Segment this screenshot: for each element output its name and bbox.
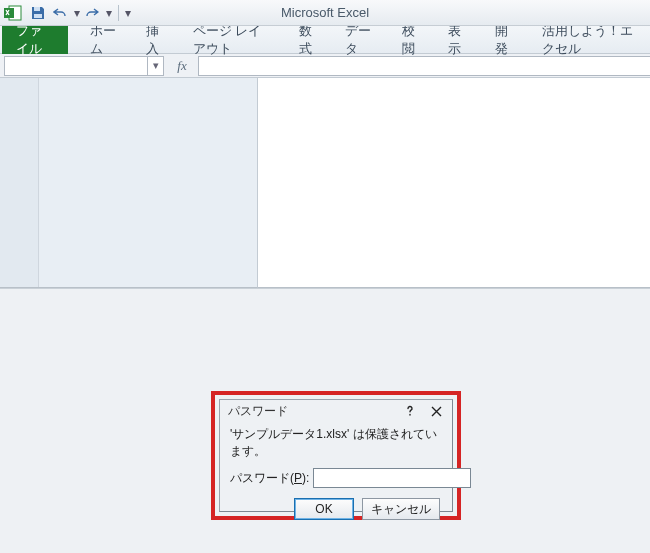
ribbon-tabs: ファイル ホーム 挿入 ページ レイアウト 数式 データ 校閲 表示 開発 活用… [0, 26, 650, 54]
tab-data[interactable]: データ [331, 26, 387, 53]
help-icon[interactable] [398, 402, 422, 420]
tab-view[interactable]: 表示 [434, 26, 481, 53]
sheet-area [0, 78, 650, 288]
quick-access-toolbar: ▾ ▾ ▾ Microsoft Excel [0, 0, 650, 26]
redo-icon[interactable] [82, 3, 102, 23]
dialog-message: 'サンプルデータ1.xlsx' は保護されています。 [230, 426, 442, 460]
tab-page-layout[interactable]: ページ レイアウト [179, 26, 285, 53]
excel-logo-icon [4, 5, 22, 21]
cancel-button[interactable]: キャンセル [362, 498, 440, 520]
svg-rect-1 [4, 8, 14, 18]
password-field-row: パスワード(P): [230, 468, 442, 488]
name-box-dropdown-icon[interactable]: ▾ [147, 56, 163, 76]
tab-developer[interactable]: 開発 [481, 26, 528, 53]
dialog-title: パスワード [228, 403, 396, 420]
dialog-button-row: OK キャンセル [230, 498, 442, 520]
ok-button[interactable]: OK [294, 498, 354, 520]
password-input[interactable] [313, 468, 471, 488]
formula-bar[interactable] [198, 56, 650, 76]
close-icon[interactable] [424, 402, 448, 420]
tab-home[interactable]: ホーム [76, 26, 132, 53]
insert-function-icon[interactable]: fx [166, 56, 198, 76]
qat-customize-dropdown-icon[interactable]: ▾ [123, 3, 133, 23]
formula-bar-row: ▾ fx [0, 54, 650, 78]
dialog-body: 'サンプルデータ1.xlsx' は保護されています。 パスワード(P): OK … [220, 422, 452, 520]
dialog-titlebar[interactable]: パスワード [220, 400, 452, 422]
undo-icon[interactable] [50, 3, 70, 23]
name-box[interactable]: ▾ [4, 56, 164, 76]
tab-review[interactable]: 校閲 [388, 26, 435, 53]
sheet-grid-left[interactable] [0, 78, 258, 288]
file-tab[interactable]: ファイル [2, 26, 68, 54]
tab-custom[interactable]: 活用しよう！エクセル [528, 26, 650, 53]
tab-formulas[interactable]: 数式 [285, 26, 332, 53]
qat-separator [118, 5, 119, 21]
password-dialog: パスワード 'サンプルデータ1.xlsx' は保護されています。 パスワード(P… [219, 399, 453, 512]
password-label: パスワード(P): [230, 470, 309, 487]
save-icon[interactable] [28, 3, 48, 23]
sheet-grid-right[interactable] [258, 78, 650, 288]
redo-dropdown-icon[interactable]: ▾ [104, 3, 114, 23]
svg-rect-2 [34, 7, 40, 11]
svg-rect-3 [34, 14, 42, 18]
tab-insert[interactable]: 挿入 [132, 26, 179, 53]
undo-dropdown-icon[interactable]: ▾ [72, 3, 82, 23]
